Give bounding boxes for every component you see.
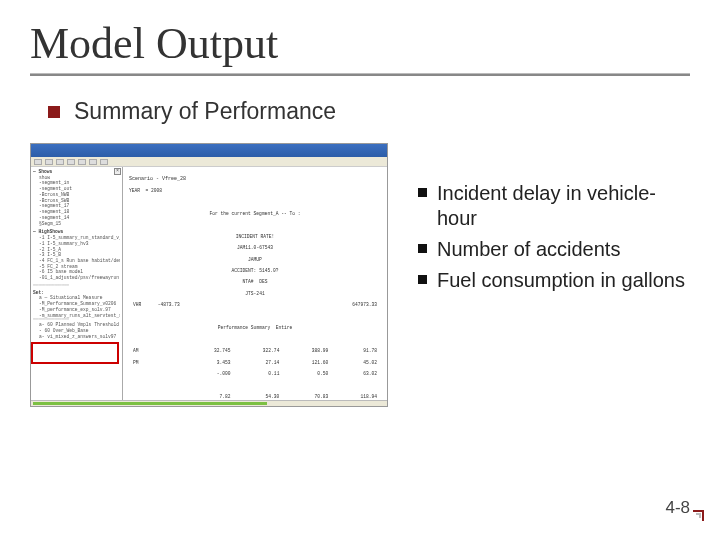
window-statusbar	[31, 400, 387, 406]
report-segment-header: For the current Segment_A -- To :	[129, 211, 381, 217]
report-line: JAMUP	[129, 257, 381, 263]
title-underline	[30, 73, 690, 76]
slide-title: Model Output	[30, 18, 690, 69]
report-line: NTA# DES	[129, 279, 381, 285]
tree-item: -4 FC_1_s Run base habitat/demo	[39, 258, 120, 264]
report-line: JAM11.0-67543	[129, 245, 381, 251]
tree-item: §Segm_15	[39, 221, 120, 227]
report-line: INCIDENT RATE!	[129, 234, 381, 240]
tree-set-group: Set: a — Situational Measure -M_Performa…	[33, 290, 120, 340]
report-line: ACCIDENT: 5145.0?	[129, 268, 381, 274]
report-scenario: Scenario - Vfree_28	[129, 176, 381, 182]
toolbar-button	[89, 159, 97, 165]
square-bullet-icon	[418, 188, 427, 197]
point-row: Number of accidents	[418, 237, 688, 262]
tree-section: — Shows show -segment_in -segment_out -B…	[33, 169, 120, 226]
toolbar-button	[34, 159, 42, 165]
report-line: VHR -4873.73647973.33	[129, 302, 381, 308]
content-row: × — Shows show -segment_in -segment_out …	[30, 143, 690, 407]
table-row: PM3.45327.14121.6045.02	[129, 360, 381, 366]
toolbar-button	[100, 159, 108, 165]
point-row: Incident delay in vehicle-hour	[418, 181, 688, 231]
tree-item: -1 I-5_summary_run_standard_v_02	[39, 235, 120, 241]
subtitle-text: Summary of Performance	[74, 98, 336, 125]
square-bullet-icon	[418, 244, 427, 253]
window-body: × — Shows show -segment_in -segment_out …	[31, 167, 387, 400]
point-text: Fuel consumption in gallons	[437, 268, 685, 293]
window-toolbar	[31, 157, 387, 167]
tree-section: — HighShows -1 I-5_summary_run_standard_…	[33, 229, 120, 281]
table-row: -.0000.110.5063.02	[129, 371, 381, 377]
tree-item: -M_performance_exp_solv.97	[39, 307, 120, 313]
corner-decoration-icon	[686, 510, 704, 528]
report-year: YEAR = 2008	[129, 188, 381, 194]
table-row: AM32.745322.74388.9991.78	[129, 348, 381, 354]
highlight-box	[31, 342, 119, 364]
tree-item: a- vi_mixed_z_answers_solv97	[39, 334, 120, 340]
embedded-screenshot: × — Shows show -segment_in -segment_out …	[30, 143, 388, 407]
report-panel: Scenario - Vfree_28 YEAR = 2008 For the …	[123, 167, 387, 400]
points-column: Incident delay in vehicle-hour Number of…	[418, 181, 688, 407]
square-bullet-icon	[48, 106, 60, 118]
tree-item: -01_1_adjusted/psv/freewayrun	[39, 275, 120, 281]
window-titlebar	[31, 144, 387, 157]
tree-item: a- 60 Planned Vmpls Threshold Calibr	[39, 322, 120, 328]
toolbar-button	[67, 159, 75, 165]
toolbar-button	[45, 159, 53, 165]
toolbar-button	[56, 159, 64, 165]
panel-close-icon: ×	[114, 168, 121, 175]
tree-panel: × — Shows show -segment_in -segment_out …	[31, 167, 123, 400]
point-row: Fuel consumption in gallons	[418, 268, 688, 293]
slide: Model Output Summary of Performance ×	[0, 0, 720, 540]
report-section-title: Performance Summary Entire	[129, 325, 381, 331]
toolbar-button	[78, 159, 86, 165]
report-line: JTS-241	[129, 291, 381, 297]
tree-divider: ━━━━━━━━━━━━━━━━━━━━	[33, 284, 120, 288]
point-text: Incident delay in vehicle-hour	[437, 181, 688, 231]
square-bullet-icon	[418, 275, 427, 284]
subtitle-row: Summary of Performance	[48, 98, 690, 125]
point-text: Number of accidents	[437, 237, 620, 262]
